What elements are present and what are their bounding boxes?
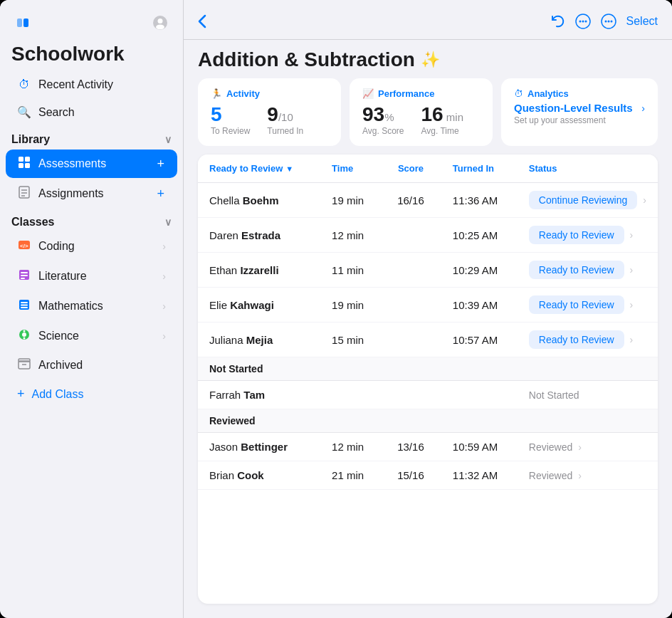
svg-rect-22 — [21, 307, 28, 308]
sidebar-item-mathematics[interactable]: Mathematics › — [6, 292, 177, 320]
sidebar-title: Schoolwork — [0, 40, 183, 71]
chevron-right-icon: › — [162, 330, 166, 342]
status-badge: Ready to Review — [529, 226, 624, 244]
back-button[interactable] — [198, 14, 206, 28]
student-status: Ready to Review› — [518, 323, 658, 357]
avg-time-unit: min — [443, 111, 463, 123]
to-review-value: 5 — [211, 103, 222, 125]
sidebar-toggle-button[interactable] — [11, 11, 34, 34]
turned-in-label: Turned In — [267, 126, 303, 136]
sidebar-item-archived[interactable]: Archived — [6, 352, 177, 379]
student-time: 11 min — [320, 253, 380, 288]
section-header-row: Reviewed — [198, 409, 658, 433]
sidebar-item-science[interactable]: Science › — [6, 322, 177, 350]
svg-point-24 — [22, 332, 26, 337]
table-row[interactable]: Juliana Mejia 15 min 10:57 AM Ready to R… — [198, 323, 658, 357]
more-options-button[interactable] — [601, 14, 616, 29]
row-chevron-icon: › — [578, 441, 582, 453]
table-row[interactable]: Jason Bettinger 12 min 13/16 10:59 AM Re… — [198, 433, 658, 461]
table-row[interactable]: Brian Cook 21 min 15/16 11:32 AM Reviewe… — [198, 461, 658, 490]
reviewed-text: Reviewed — [529, 441, 572, 453]
student-turned-in: 10:29 AM — [441, 253, 518, 288]
add-assessment-button[interactable]: + — [155, 157, 166, 172]
table-row[interactable]: Farrah Tam Not Started — [198, 381, 658, 409]
table-row[interactable]: Ethan Izzarelli 11 min 10:29 AM Ready to… — [198, 253, 658, 288]
add-assignment-button[interactable]: + — [155, 187, 166, 201]
col-header-turnedin[interactable]: Turned In — [441, 154, 518, 183]
sidebar-item-recent-activity[interactable]: ⏱ Recent Activity — [6, 72, 177, 98]
student-score: 15/16 — [380, 461, 441, 490]
status-badge: Ready to Review — [529, 330, 624, 349]
mathematics-icon — [17, 298, 31, 314]
avg-time-label: Avg. Time — [421, 126, 463, 136]
col-header-time[interactable]: Time — [320, 154, 380, 183]
page-title-row: Addition & Subtraction ✨ — [184, 40, 672, 78]
student-name: Ethan Izzarelli — [198, 253, 320, 288]
status-badge: Ready to Review — [529, 295, 624, 314]
avg-score-value: 93 — [362, 103, 384, 125]
undo-button[interactable] — [550, 14, 565, 28]
analytics-card[interactable]: ⏱ Analytics Question-Level Results › Set… — [501, 78, 658, 146]
coding-icon: </> — [17, 239, 31, 254]
col-header-score[interactable]: Score — [380, 154, 441, 183]
assessments-icon — [17, 156, 31, 172]
profile-button[interactable] — [149, 11, 172, 34]
row-chevron-icon: › — [630, 229, 634, 241]
col-header-name[interactable]: Ready to Review ▼ — [198, 154, 320, 183]
stats-row: 🏃 Activity 5 To Review 9/10 Turned — [184, 78, 672, 154]
sidebar-item-assessments[interactable]: Assessments + — [6, 150, 177, 178]
sidebar-item-assignments[interactable]: Assignments + — [6, 179, 177, 208]
add-class-button[interactable]: + Add Class — [6, 380, 177, 408]
analytics-subtitle: Set up your assessment — [514, 115, 645, 125]
student-status: Continue Reviewing› — [518, 183, 658, 218]
menu-button[interactable] — [575, 14, 591, 29]
turned-in-unit: /10 — [278, 111, 293, 123]
avg-time-value: 16 — [421, 103, 443, 125]
sidebar-item-search[interactable]: 🔍 Search — [6, 99, 177, 125]
turned-in-value: 9 — [267, 103, 278, 125]
student-score — [380, 288, 441, 323]
table-row[interactable]: Daren Estrada 12 min 10:25 AM Ready to R… — [198, 218, 658, 253]
student-name: Farrah Tam — [198, 381, 320, 409]
student-status: Reviewed› — [518, 433, 658, 461]
performance-card: 📈 Performance 93% Avg. Score 16 min — [350, 78, 493, 146]
table-container: Ready to Review ▼ Time Score Turned In S… — [198, 154, 658, 604]
archive-icon — [17, 358, 31, 372]
student-turned-in: 10:25 AM — [441, 218, 518, 253]
sidebar: Schoolwork ⏱ Recent Activity 🔍 Search Li… — [0, 0, 184, 618]
students-table: Ready to Review ▼ Time Score Turned In S… — [198, 154, 658, 490]
student-turned-in — [441, 381, 518, 409]
sidebar-item-coding[interactable]: </> Coding › — [6, 232, 177, 261]
select-button[interactable]: Select — [626, 15, 658, 28]
svg-rect-17 — [21, 275, 28, 276]
avg-score-unit: % — [384, 111, 394, 123]
svg-rect-6 — [25, 157, 30, 162]
svg-rect-20 — [21, 302, 28, 303]
student-name: Juliana Mejia — [198, 323, 320, 357]
performance-icon: 📈 — [362, 88, 374, 99]
assignments-icon — [17, 186, 31, 201]
student-name: Daren Estrada — [198, 218, 320, 253]
status-badge: Ready to Review — [529, 261, 624, 279]
activity-icon: 🏃 — [211, 88, 222, 99]
svg-point-36 — [607, 20, 609, 22]
table-row[interactable]: Elie Kahwagi 19 min 10:39 AM Ready to Re… — [198, 288, 658, 323]
student-turned-in: 10:39 AM — [441, 288, 518, 323]
table-row[interactable]: Chella Boehm 19 min 16/16 11:36 AM Conti… — [198, 183, 658, 218]
sparkle-icon: ✨ — [421, 51, 440, 69]
science-icon — [17, 328, 31, 344]
student-turned-in: 10:57 AM — [441, 323, 518, 357]
sort-icon: ▼ — [285, 164, 293, 173]
svg-point-37 — [610, 20, 612, 22]
archived-label: Archived — [38, 359, 83, 372]
literature-label: Literature — [38, 270, 87, 283]
table-body: Chella Boehm 19 min 16/16 11:36 AM Conti… — [198, 183, 658, 490]
svg-rect-5 — [19, 157, 23, 162]
chevron-right-icon: › — [162, 241, 166, 252]
svg-point-4 — [156, 25, 164, 30]
col-header-status[interactable]: Status — [518, 154, 658, 183]
svg-point-25 — [23, 330, 26, 332]
assessments-label: Assessments — [38, 157, 106, 170]
sidebar-item-literature[interactable]: Literature › — [6, 262, 177, 290]
to-review-label: To Review — [211, 126, 250, 136]
